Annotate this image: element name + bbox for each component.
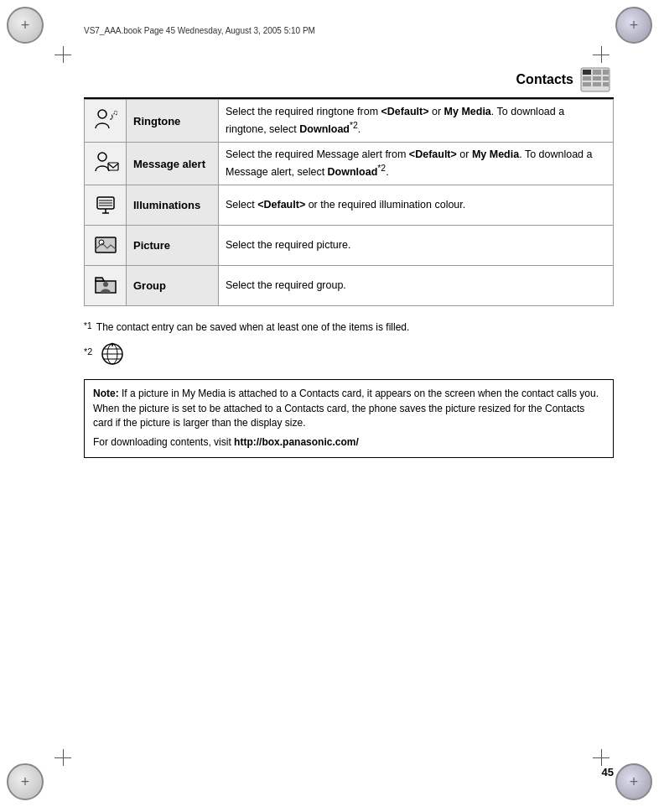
group-desc-text: Select the required group. [226, 279, 346, 291]
svg-rect-1 [583, 70, 591, 75]
picture-desc-text: Select the required picture. [226, 239, 350, 251]
main-content: Contacts [84, 67, 614, 745]
crosshair-br [593, 749, 610, 766]
ringtone-desc: Select the required ringtone from <Defau… [219, 100, 614, 143]
note-box: Note: If a picture in My Media is attach… [84, 379, 614, 458]
group-icon-cell [85, 266, 127, 306]
illuminations-label-text: Illuminations [133, 199, 200, 211]
contacts-table: ♪ ♫ Ringtone Select the required rington… [84, 99, 614, 306]
group-label-text: Group [133, 279, 166, 292]
picture-icon-cell [85, 226, 127, 266]
table-row: Message alert Select the required Messag… [85, 143, 614, 185]
svg-rect-2 [593, 70, 601, 75]
crosshair-tr [593, 46, 610, 63]
picture-label: Picture [127, 226, 219, 266]
illuminations-label: Illuminations [127, 185, 219, 226]
crosshair-bl [54, 749, 71, 766]
svg-rect-8 [593, 82, 601, 86]
header-text: VS7_AAA.book Page 45 Wednesday, August 3… [84, 23, 614, 37]
corner-decoration-bl [7, 763, 49, 805]
svg-rect-3 [603, 70, 609, 75]
svg-rect-7 [583, 82, 591, 86]
table-row: Group Select the required group. [85, 266, 614, 306]
footnote-area: *1 The contact entry can be saved when a… [84, 321, 614, 366]
illuminations-icon [92, 190, 119, 217]
table-row: Illuminations Select <Default> or the re… [85, 185, 614, 226]
header-content: VS7_AAA.book Page 45 Wednesday, August 3… [84, 26, 315, 35]
ringtone-label-text: Ringtone [133, 115, 180, 128]
message-alert-icon-cell [85, 143, 127, 185]
message-alert-label-text: Message alert [133, 158, 205, 170]
picture-desc: Select the required picture. [219, 226, 614, 266]
contacts-icon [580, 67, 610, 92]
message-alert-desc: Select the required Message alert from <… [219, 143, 614, 185]
corner-decoration-br [615, 763, 657, 805]
note-label: Note: [93, 388, 119, 399]
svg-rect-9 [603, 82, 609, 86]
svg-rect-5 [593, 76, 601, 81]
footnote-1: *1 The contact entry can be saved when a… [84, 321, 614, 336]
ringtone-icon-cell: ♪ ♫ [85, 100, 127, 143]
page-title: Contacts [516, 72, 573, 87]
svg-rect-4 [583, 76, 591, 81]
message-alert-icon [92, 149, 119, 176]
note-para2-text: For downloading contents, visit [93, 436, 234, 448]
group-label: Group [127, 266, 219, 306]
download-globe-icon [101, 342, 124, 366]
corner-decoration-tr [615, 7, 657, 49]
note-url: http://box.panasonic.com/ [234, 436, 359, 448]
footnote-1-text: The contact entry can be saved when at l… [96, 321, 410, 333]
title-row: Contacts [84, 67, 614, 92]
svg-rect-14 [108, 163, 118, 170]
group-icon [92, 271, 119, 298]
footnote-2: *2 [84, 342, 614, 366]
svg-rect-6 [603, 76, 609, 81]
note-para1: Note: If a picture in My Media is attach… [93, 387, 604, 430]
footnote-1-mark: *1 [84, 321, 95, 336]
picture-label-text: Picture [133, 239, 170, 252]
corner-decoration-tl [7, 7, 49, 49]
note-para2: For downloading contents, visit http://b… [93, 435, 604, 450]
svg-point-10 [98, 110, 106, 118]
footnote-2-mark: *2 [84, 346, 96, 362]
page-number: 45 [602, 766, 614, 778]
picture-icon [92, 231, 119, 258]
illuminations-icon-cell [85, 185, 127, 226]
table-row: Picture Select the required picture. [85, 226, 614, 266]
table-row: ♪ ♫ Ringtone Select the required rington… [85, 100, 614, 143]
svg-text:♫: ♫ [112, 108, 118, 117]
svg-rect-21 [96, 237, 116, 252]
svg-point-23 [103, 282, 108, 287]
ringtone-label: Ringtone [127, 100, 219, 143]
group-desc: Select the required group. [219, 266, 614, 306]
illuminations-desc: Select <Default> or the required illumin… [219, 185, 614, 226]
note-para1-text: If a picture in My Media is attached to … [93, 388, 599, 429]
crosshair-tl [54, 46, 71, 63]
message-alert-label: Message alert [127, 143, 219, 185]
svg-point-13 [98, 153, 106, 161]
ringtone-icon: ♪ ♫ [92, 107, 119, 133]
